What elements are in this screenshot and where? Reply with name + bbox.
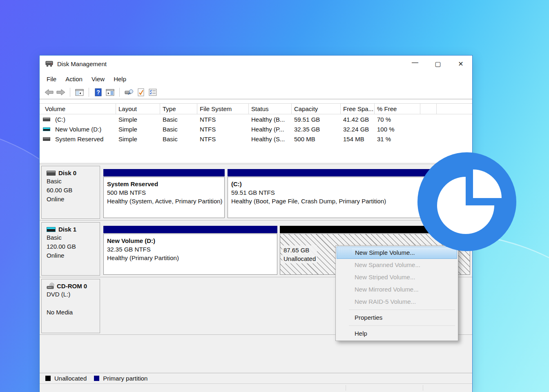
cell-status: Healthy (P...	[249, 126, 292, 133]
cell-pctfree: 100 %	[375, 126, 420, 133]
disk-name: Disk 1	[58, 226, 76, 233]
cell-filesystem: NTFS	[197, 126, 249, 133]
title-bar[interactable]: Disk Management — ▢ ✕	[40, 56, 472, 72]
minimize-button[interactable]: —	[404, 56, 426, 72]
column-header-layout[interactable]: Layout	[116, 104, 160, 114]
menu-item-new-striped-volume: New Striped Volume...	[337, 271, 457, 283]
cell-status: Healthy (B...	[249, 116, 292, 123]
volume-row-system-reserved[interactable]: System Reserved Simple Basic NTFS Health…	[40, 134, 472, 144]
column-header-empty	[420, 104, 437, 114]
volume-drive-icon	[43, 137, 50, 141]
legend-swatch-unallocated	[45, 376, 51, 381]
column-header-pctfree[interactable]: % Free	[375, 104, 420, 114]
toolbar-separator	[119, 88, 120, 97]
cell-pctfree: 70 %	[375, 116, 420, 123]
menu-item-new-spanned-volume: New Spanned Volume...	[337, 259, 457, 271]
column-header-type[interactable]: Type	[160, 104, 197, 114]
cell-capacity: 59.51 GB	[292, 116, 341, 123]
cdrom-media-status: No Media	[47, 308, 100, 316]
cell-layout: Simple	[116, 136, 160, 143]
status-divider	[346, 385, 346, 391]
forward-icon[interactable]	[56, 87, 66, 98]
cdrom-icon	[47, 283, 56, 290]
volume-name: System Reserved	[55, 136, 103, 143]
menu-separator	[349, 325, 455, 326]
help-icon[interactable]: ?	[93, 87, 103, 98]
disk1-panel[interactable]: Disk 1 Basic 120.00 GB Online	[41, 222, 100, 276]
legend-label-primary: Primary partition	[103, 375, 147, 382]
cell-freespace: 41.42 GB	[341, 116, 375, 123]
partition-size: 500 MB NTFS	[107, 188, 224, 197]
unallocated-size: 87.65 GB	[283, 246, 316, 254]
volume-name: (C:)	[55, 116, 65, 123]
show-hide-icon[interactable]	[105, 87, 115, 98]
menu-item-new-mirrored-volume: New Mirrored Volume...	[337, 283, 457, 296]
cell-pctfree: 31 %	[375, 136, 420, 143]
disk-size: 60.00 GB	[47, 186, 100, 194]
column-header-volume[interactable]: Volume	[40, 104, 116, 114]
cell-status: Healthy (S...	[249, 136, 292, 143]
partition-system-reserved[interactable]: System Reserved 500 MB NTFS Healthy (Sys…	[103, 169, 225, 218]
menu-item-properties[interactable]: Properties	[337, 312, 457, 324]
primary-partition-bar	[103, 226, 277, 233]
volume-list: Volume Layout Type File System Status Ca…	[40, 100, 472, 163]
disk-state: Online	[47, 195, 100, 203]
partition-status: Healthy (Primary Partition)	[107, 254, 277, 262]
cdrom-drive-letter: DVD (L:)	[47, 290, 100, 298]
disk-drive-icon	[45, 61, 53, 67]
cdrom-panel[interactable]: CD-ROM 0 DVD (L:) No Media	[41, 279, 100, 333]
cell-freespace: 32.24 GB	[341, 126, 375, 133]
menu-separator	[349, 310, 455, 310]
cell-freespace: 154 MB	[341, 136, 375, 143]
disk-icon	[47, 171, 56, 176]
status-divider	[423, 385, 423, 391]
volume-row-d[interactable]: New Volume (D:) Simple Basic NTFS Health…	[40, 124, 472, 134]
cell-type: Basic	[160, 116, 197, 123]
pie-chart-icon	[417, 152, 516, 251]
disk-state: Online	[47, 252, 100, 260]
status-bar	[40, 383, 472, 392]
column-header-freespace[interactable]: Free Spa...	[341, 104, 375, 114]
cell-filesystem: NTFS	[197, 116, 249, 123]
menu-help[interactable]: Help	[109, 74, 131, 84]
menu-view[interactable]: View	[87, 74, 109, 84]
disk-view-icon[interactable]	[124, 87, 134, 98]
context-menu: New Simple Volume... New Spanned Volume.…	[335, 245, 458, 341]
column-header-capacity[interactable]: Capacity	[292, 104, 341, 114]
volume-drive-icon	[43, 127, 50, 131]
cell-type: Basic	[160, 126, 197, 133]
cell-capacity: 32.35 GB	[292, 126, 341, 133]
console-tree-icon[interactable]	[74, 87, 85, 98]
volume-row-c[interactable]: (C:) Simple Basic NTFS Healthy (B... 59.…	[40, 114, 472, 124]
menu-file[interactable]: File	[42, 74, 61, 84]
cell-filesystem: NTFS	[197, 136, 249, 143]
check-document-icon[interactable]	[136, 87, 146, 98]
toolbar: ?	[40, 86, 472, 99]
menu-action[interactable]: Action	[61, 74, 87, 84]
unallocated-label: Unallocated	[283, 254, 316, 263]
disk-type: Basic	[47, 234, 100, 242]
column-header-filesystem[interactable]: File System	[197, 104, 249, 114]
column-header-status[interactable]: Status	[249, 104, 292, 114]
disk0-panel[interactable]: Disk 0 Basic 60.00 GB Online	[41, 166, 100, 219]
disk-type: Basic	[47, 177, 100, 185]
disk-size: 120.00 GB	[47, 243, 100, 251]
window-title: Disk Management	[57, 60, 107, 67]
volume-drive-icon	[43, 118, 50, 121]
disk0-row: Disk 0 Basic 60.00 GB Online System Rese…	[40, 164, 472, 220]
partition-size: 32.35 GB NTFS	[107, 245, 277, 254]
cell-layout: Simple	[116, 116, 160, 123]
menu-item-help[interactable]: Help	[337, 327, 457, 340]
partition-new-volume-d[interactable]: New Volume (D:) 32.35 GB NTFS Healthy (P…	[103, 226, 277, 275]
disk-management-window: Disk Management — ▢ ✕ File Action View H…	[39, 55, 473, 392]
maximize-button[interactable]: ▢	[426, 56, 449, 72]
partition-status: Healthy (System, Active, Primary Partiti…	[107, 197, 224, 205]
checklist-icon[interactable]	[147, 87, 158, 98]
disk-name: Disk 0	[58, 169, 76, 176]
menu-item-new-raid5-volume: New RAID-5 Volume...	[337, 296, 457, 308]
legend-label-unallocated: Unallocated	[54, 375, 87, 382]
back-icon[interactable]	[44, 87, 54, 98]
disk-icon	[47, 227, 56, 232]
legend-swatch-primary	[94, 376, 99, 381]
close-button[interactable]: ✕	[449, 56, 472, 72]
